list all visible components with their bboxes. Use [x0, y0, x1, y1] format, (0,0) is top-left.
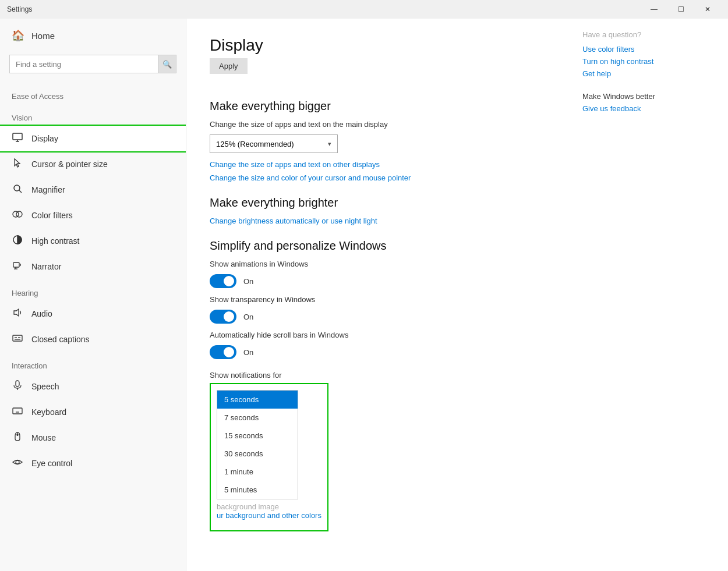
search-button[interactable]: 🔍 — [158, 55, 176, 73]
make-windows-header: Make Windows better — [582, 92, 716, 101]
dropdown-arrow-icon: ▾ — [328, 140, 331, 148]
get-help-link[interactable]: Get help — [582, 69, 716, 78]
app-container: 🏠 Home 🔍 Ease of Access Vision Display — [0, 19, 728, 571]
monitor-svg — [12, 132, 23, 143]
cursor-icon — [12, 157, 23, 171]
sidebar-item-display[interactable]: Display — [0, 126, 186, 151]
animations-toggle-row: On — [210, 274, 553, 288]
mouse-svg — [12, 431, 23, 442]
titlebar-controls: — ☐ ✕ — [641, 0, 721, 19]
notifications-dropdown-list: 5 seconds 7 seconds 15 seconds 30 second… — [217, 390, 298, 499]
animations-state: On — [243, 277, 253, 286]
sidebar-item-eye-control-label: Eye control — [31, 459, 72, 468]
scrollbars-toggle-row: On — [210, 345, 553, 359]
transparency-toggle[interactable] — [210, 310, 236, 324]
sidebar: 🏠 Home 🔍 Ease of Access Vision Display — [0, 19, 186, 571]
svg-rect-12 — [13, 335, 22, 341]
notifications-option-7s[interactable]: 7 seconds — [217, 409, 298, 427]
sidebar-item-closed-captions[interactable]: Closed captions — [0, 327, 186, 352]
give-feedback-link[interactable]: Give us feedback — [582, 104, 716, 113]
high-contrast-svg — [12, 234, 23, 246]
eye-control-icon — [12, 456, 23, 470]
sidebar-item-display-label: Display — [31, 134, 58, 143]
sidebar-item-cursor-label: Cursor & pointer size — [31, 159, 108, 169]
magnifier-svg — [12, 183, 23, 194]
svg-rect-18 — [13, 408, 22, 414]
interaction-section-label: Interaction — [0, 352, 186, 374]
other-displays-link[interactable]: Change the size of apps and text on othe… — [210, 160, 553, 169]
sidebar-item-narrator[interactable]: Narrator — [0, 254, 186, 279]
animations-label: Show animations in Windows — [210, 260, 553, 268]
sidebar-item-narrator-label: Narrator — [31, 262, 61, 271]
page-title: Display — [210, 36, 553, 55]
sidebar-item-keyboard[interactable]: Keyboard — [0, 399, 186, 425]
keyboard-icon — [12, 405, 23, 419]
narrator-svg — [12, 260, 23, 271]
search-input[interactable] — [9, 55, 176, 73]
sidebar-item-audio[interactable]: Audio — [0, 301, 186, 327]
eye-svg — [12, 456, 23, 468]
use-color-filters-link[interactable]: Use color filters — [582, 45, 716, 54]
notifications-option-15s[interactable]: 15 seconds — [217, 427, 298, 445]
notifications-option-1m[interactable]: 1 minute — [217, 463, 298, 481]
high-contrast-icon — [12, 234, 23, 248]
bigger-section-title: Make everything bigger — [210, 100, 553, 113]
color-filters-icon — [12, 208, 23, 222]
apply-button[interactable]: Apply — [210, 58, 248, 74]
svg-rect-16 — [16, 381, 19, 386]
sidebar-item-high-contrast-label: High contrast — [31, 236, 79, 246]
sidebar-item-mouse[interactable]: Mouse — [0, 425, 186, 451]
brighter-section-title: Make everything brighter — [210, 196, 553, 210]
sidebar-item-color-filters-label: Color filters — [31, 211, 73, 220]
notifications-section: Show notifications for 5 seconds 7 secon… — [210, 371, 553, 531]
background-colors-link[interactable]: ur background and other colors — [217, 511, 321, 520]
notifications-option-30s[interactable]: 30 seconds — [217, 445, 298, 463]
cursor-color-link[interactable]: Change the size and color of your cursor… — [210, 173, 553, 182]
audio-svg — [12, 307, 23, 318]
make-windows-section: Make Windows better Give us feedback — [582, 92, 716, 113]
sidebar-item-high-contrast[interactable]: High contrast — [0, 228, 186, 254]
transparency-state: On — [243, 313, 253, 321]
size-dropdown-container: 125% (Recommended) ▾ — [210, 134, 553, 153]
sidebar-item-speech[interactable]: Speech — [0, 374, 186, 399]
simplify-section-title: Simplify and personalize Windows — [210, 239, 553, 253]
vision-section-label: Vision — [0, 104, 186, 126]
main-content: Display Apply Make everything bigger Cha… — [186, 19, 577, 571]
svg-rect-8 — [13, 263, 19, 267]
svg-rect-0 — [13, 133, 22, 140]
size-dropdown[interactable]: 125% (Recommended) ▾ — [210, 134, 338, 153]
notifications-option-5s[interactable]: 5 seconds — [217, 391, 298, 409]
sidebar-item-color-filters[interactable]: Color filters — [0, 203, 186, 228]
turn-on-high-contrast-link[interactable]: Turn on high contrast — [582, 57, 716, 66]
cursor-svg — [12, 157, 23, 169]
sidebar-item-cursor[interactable]: Cursor & pointer size — [0, 151, 186, 177]
scrollbars-toggle[interactable] — [210, 345, 236, 359]
home-icon: 🏠 — [12, 29, 24, 42]
sidebar-item-eye-control[interactable]: Eye control — [0, 451, 186, 476]
scrollbars-label: Automatically hide scroll bars in Window… — [210, 331, 553, 339]
hearing-section-label: Hearing — [0, 279, 186, 301]
sidebar-item-mouse-label: Mouse — [31, 433, 56, 442]
brightness-link[interactable]: Change brightness automatically or use n… — [210, 217, 553, 225]
sidebar-item-magnifier[interactable]: Magnifier — [0, 177, 186, 203]
notifications-dropdown-popup: 5 seconds 7 seconds 15 seconds 30 second… — [210, 383, 328, 531]
minimize-button[interactable]: — — [641, 0, 667, 19]
notifications-label: Show notifications for — [210, 371, 553, 380]
transparency-label: Show transparency in Windows — [210, 295, 553, 304]
transparency-toggle-row: On — [210, 310, 553, 324]
sidebar-home[interactable]: 🏠 Home — [0, 19, 186, 52]
scrollbars-state: On — [243, 348, 253, 357]
bigger-section-desc: Change the size of apps and text on the … — [210, 120, 553, 129]
sidebar-home-label: Home — [31, 31, 55, 41]
notifications-option-5m[interactable]: 5 minutes — [217, 481, 298, 499]
speech-svg — [12, 380, 23, 391]
magnifier-icon — [12, 183, 23, 197]
close-button[interactable]: ✕ — [694, 0, 721, 19]
sidebar-item-closed-captions-label: Closed captions — [31, 335, 90, 344]
maximize-button[interactable]: ☐ — [667, 0, 694, 19]
animations-toggle[interactable] — [210, 274, 236, 288]
svg-point-6 — [16, 211, 22, 217]
behind-dropdown-text: background image ur background and other… — [217, 502, 321, 520]
keyboard-svg — [12, 405, 23, 417]
breadcrumb: Ease of Access — [0, 83, 186, 104]
